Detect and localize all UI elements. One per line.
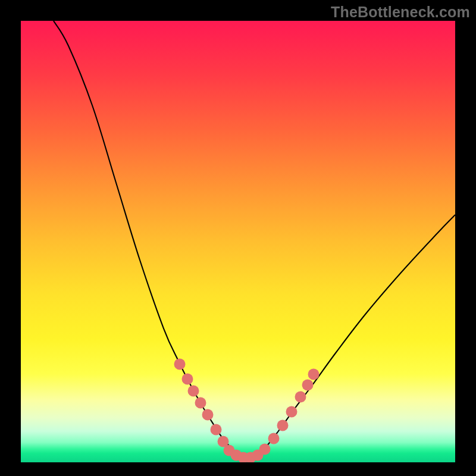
watermark-text: TheBottleneck.com	[331, 4, 470, 21]
data-dot	[302, 380, 314, 391]
data-dot	[182, 374, 193, 385]
data-dot	[188, 386, 199, 397]
data-dot	[195, 397, 206, 409]
right-curve	[247, 215, 455, 456]
data-dot	[259, 444, 271, 455]
chart-frame: TheBottleneck.com	[0, 0, 476, 476]
data-dot	[268, 433, 280, 444]
data-dot	[277, 420, 289, 431]
data-dot	[308, 369, 320, 380]
data-dots	[174, 359, 320, 463]
data-dot	[202, 409, 214, 421]
data-dot	[286, 406, 298, 418]
data-dot	[174, 359, 186, 370]
data-dot	[211, 424, 222, 436]
plot-area	[21, 21, 455, 462]
data-dot	[295, 392, 306, 403]
chart-svg	[21, 21, 455, 462]
left-curve	[54, 21, 247, 456]
